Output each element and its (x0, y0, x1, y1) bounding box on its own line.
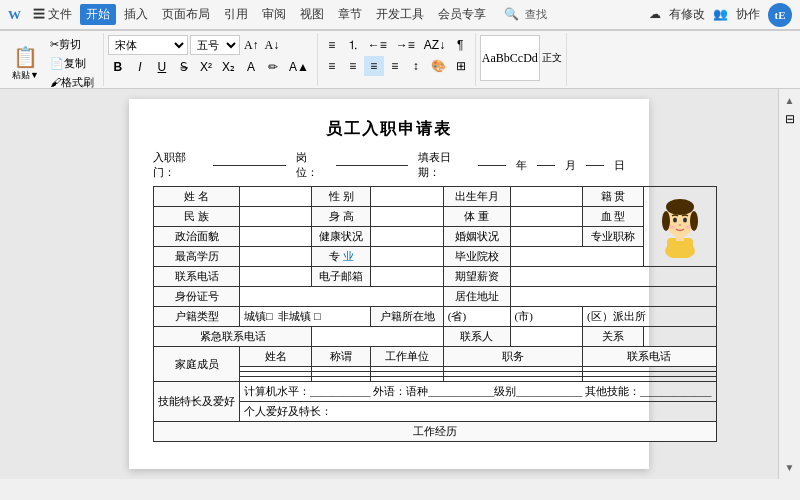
day-value[interactable] (586, 165, 604, 166)
collab-label[interactable]: 协作 (736, 6, 760, 23)
align-center-button[interactable]: ≡ (343, 56, 363, 76)
style-preview-box[interactable]: AaBbCcDd (480, 35, 540, 81)
scroll-up-arrow[interactable]: ▲ (783, 93, 797, 108)
edu-value[interactable] (240, 247, 312, 267)
table-row: 姓 名 性 别 出生年月 籍 贯 (154, 187, 717, 207)
indent-decrease-button[interactable]: ←≡ (364, 35, 391, 55)
emergency-phone-value[interactable] (312, 327, 443, 347)
scroll-down-arrow[interactable]: ▼ (783, 460, 797, 475)
salary-value[interactable] (510, 267, 716, 287)
position-value[interactable] (336, 165, 409, 166)
font-grow-icon[interactable]: A↑ (242, 38, 261, 53)
line-spacing-button[interactable]: ↕ (406, 56, 426, 76)
height-value[interactable] (371, 207, 443, 227)
cut-button[interactable]: ✂ 剪切 (45, 35, 99, 53)
marital-label: 婚姻状况 (443, 227, 510, 247)
emergency-contact-value[interactable] (510, 327, 582, 347)
style-label: 正文 (542, 51, 562, 65)
gender-value[interactable] (371, 187, 443, 207)
font-color-button[interactable]: A (241, 57, 261, 77)
italic-button[interactable]: I (130, 57, 150, 77)
style-label-area: 正文 (542, 51, 562, 65)
bold-button[interactable]: B (108, 57, 128, 77)
ribbon-toolbar: 📋 粘贴▼ ✂ 剪切 📄 复制 🖌 格式刷 宋体 五号 (0, 30, 800, 88)
major-value[interactable] (371, 247, 443, 267)
menu-chapter[interactable]: 章节 (332, 4, 368, 25)
menu-ref[interactable]: 引用 (218, 4, 254, 25)
title-bar: W ☰ 文件 开始 插入 页面布局 引用 审阅 视图 章节 开发工具 会员专享 … (0, 0, 800, 30)
address-value[interactable] (510, 287, 716, 307)
menu-vip[interactable]: 会员专享 (432, 4, 492, 25)
menu-file[interactable]: ☰ 文件 (27, 4, 78, 25)
svg-point-8 (683, 218, 687, 223)
app-logo: W (8, 7, 21, 23)
title-label: 专业职称 (582, 227, 643, 247)
name-value[interactable] (240, 187, 312, 207)
cloud-status[interactable]: 有修改 (669, 6, 705, 23)
font-size-select[interactable]: 五号 (190, 35, 240, 55)
family-section-label: 家庭成员 (154, 347, 240, 382)
fill-date-label: 填表日期： (418, 150, 468, 180)
document-page: 员工入职申请表 入职部门： 岗位： 填表日期： 年 月 日 (129, 99, 649, 469)
font-shrink-icon[interactable]: A↓ (263, 38, 282, 53)
indent-increase-button[interactable]: →≡ (392, 35, 419, 55)
work-history-label: 工作经历 (154, 422, 717, 442)
collab-icon: 👥 (713, 7, 728, 22)
menu-start[interactable]: 开始 (80, 4, 116, 25)
health-value[interactable] (371, 227, 443, 247)
superscript-button[interactable]: X² (196, 57, 216, 77)
underline-button[interactable]: U (152, 57, 172, 77)
weight-value[interactable] (510, 207, 582, 227)
month-value[interactable] (537, 165, 555, 166)
political-value[interactable] (240, 227, 312, 247)
para-buttons: ≡ ⒈ ←≡ →≡ AZ↓ ¶ ≡ ≡ ≡ ≡ ↕ 🎨 ⊞ (322, 35, 471, 76)
dept-value[interactable] (213, 165, 286, 166)
menu-review[interactable]: 审阅 (256, 4, 292, 25)
school-value[interactable] (510, 247, 644, 267)
bullet-list-button[interactable]: ≡ (322, 35, 342, 55)
hukou-province[interactable]: (省) (443, 307, 510, 327)
hukou-district[interactable]: (区）派出所 (582, 307, 716, 327)
relationship-value[interactable] (644, 327, 716, 347)
border-button[interactable]: ⊞ (451, 56, 471, 76)
copy-button[interactable]: 📄 复制 (45, 54, 99, 72)
hukou-city[interactable]: (市) (510, 307, 582, 327)
marital-value[interactable] (510, 227, 582, 247)
sort-button[interactable]: AZ↓ (420, 35, 449, 55)
align-left-button[interactable]: ≡ (322, 56, 342, 76)
user-avatar[interactable]: tE (768, 3, 792, 27)
menu-layout[interactable]: 页面布局 (156, 4, 216, 25)
birthdate-value[interactable] (510, 187, 582, 207)
align-right-button[interactable]: ≡ (364, 56, 384, 76)
major-link[interactable]: 业 (343, 250, 354, 262)
align-justify-button[interactable]: ≡ (385, 56, 405, 76)
year-value[interactable] (478, 165, 505, 166)
day-label: 日 (614, 158, 625, 173)
char-shading-button[interactable]: A▲ (285, 57, 313, 77)
subscript-button[interactable]: X₂ (218, 57, 239, 77)
email-value[interactable] (371, 267, 443, 287)
font-controls: 宋体 五号 A↑ A↓ B I U S̶ X² X₂ A ✏ (108, 35, 313, 77)
shading-button[interactable]: 🎨 (427, 56, 450, 76)
search-label[interactable]: 查找 (525, 7, 547, 22)
menu-insert[interactable]: 插入 (118, 4, 154, 25)
paste-button[interactable]: 📋 粘贴▼ (8, 40, 43, 86)
document-scroll[interactable]: 员工入职申请表 入职部门： 岗位： 填表日期： 年 月 日 (0, 89, 778, 479)
height-label: 身 高 (312, 207, 371, 227)
show-marks-button[interactable]: ¶ (450, 35, 470, 55)
menu-dev[interactable]: 开发工具 (370, 4, 430, 25)
hukou-loc-label: 户籍所在地 (371, 307, 443, 327)
paragraph-group: ≡ ⒈ ←≡ →≡ AZ↓ ¶ ≡ ≡ ≡ ≡ ↕ 🎨 ⊞ (318, 33, 476, 86)
strikethrough-button[interactable]: S̶ (174, 57, 194, 77)
ethnicity-value[interactable] (240, 207, 312, 227)
collapse-icon[interactable]: ⊟ (785, 112, 795, 127)
phone-value[interactable] (240, 267, 312, 287)
font-name-select[interactable]: 宋体 (108, 35, 188, 55)
highlight-button[interactable]: ✏ (263, 57, 283, 77)
avatar-image (655, 193, 705, 258)
salary-label: 期望薪资 (443, 267, 510, 287)
political-label: 政治面貌 (154, 227, 240, 247)
numbered-list-button[interactable]: ⒈ (343, 35, 363, 55)
menu-view[interactable]: 视图 (294, 4, 330, 25)
idcard-value[interactable] (240, 287, 444, 307)
